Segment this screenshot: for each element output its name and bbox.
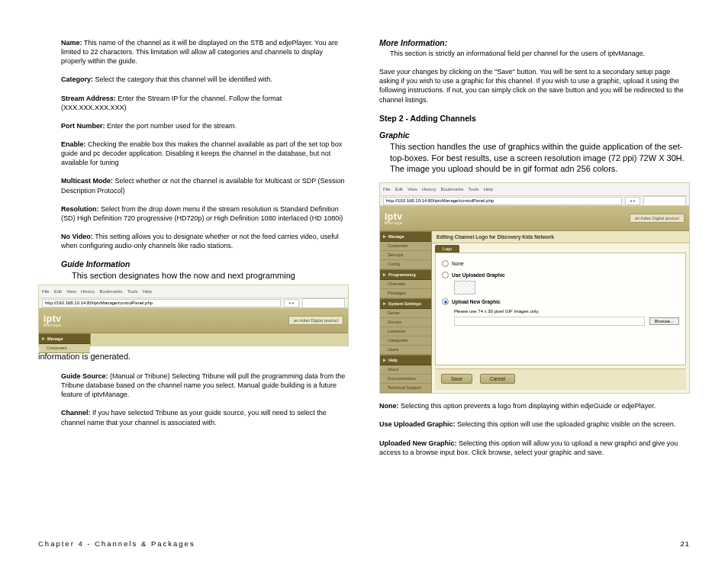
more-information-heading: More Information: (379, 38, 690, 47)
save-button[interactable]: Save (441, 374, 472, 384)
novideo-label: No Video: (61, 233, 93, 240)
sb-users[interactable]: Users (380, 346, 431, 355)
menu-history[interactable]: History (81, 289, 95, 294)
sb-system[interactable]: System Settings (380, 298, 431, 309)
menu-history-b[interactable]: History (422, 187, 436, 191)
radio-upload-new[interactable]: Upload New Graphic (442, 296, 679, 307)
enable-text: Checking the enable box this makes the c… (61, 140, 342, 166)
enable-label: Enable: (61, 140, 86, 148)
sb-about[interactable]: About (380, 365, 431, 375)
information-generated-text: information is generated. (38, 351, 349, 362)
radio-upload-label: Upload New Graphic (452, 299, 501, 304)
guidesrc-label: Guide Source: (61, 372, 108, 380)
page-footer: Chapter 4 - Channels & Packages 21 (38, 539, 690, 548)
app-header: iptv Manage an Adtec Digital product (39, 308, 348, 333)
app-header-b: iptv Manage an Adtec Digital product (380, 206, 689, 231)
radio-icon (442, 272, 449, 278)
sb-config[interactable]: Config (380, 260, 431, 269)
sidebar-b: Manage Customers Set-tops Config Program… (380, 231, 432, 393)
graphic-thumbnail (454, 281, 475, 294)
menu-file[interactable]: File (42, 289, 50, 294)
radio-icon (442, 260, 449, 267)
sidebar: Manage Customers (39, 333, 91, 346)
channel-label: Channel: (61, 409, 91, 417)
none-label: None: (379, 402, 399, 410)
resolution-label: Resolution: (61, 205, 99, 213)
multicast-label: Multicast Mode: (61, 177, 113, 185)
browser-address-bar: ◂ ▸ (39, 298, 348, 308)
menu-view[interactable]: View (66, 289, 76, 294)
sb-locations[interactable]: Locations (380, 327, 431, 336)
sb-customers[interactable]: Customers (380, 242, 431, 251)
document-page: Name: This name of the channel as it wil… (0, 0, 728, 563)
menu-file-b[interactable]: File (383, 187, 391, 191)
sidebar-section-manage[interactable]: Manage (39, 333, 90, 344)
cancel-button[interactable]: Cancel (480, 374, 515, 384)
save-paragraph: Save your changes by clicking on the "Sa… (379, 67, 690, 105)
upnew-label: Uploaded New Graphic: (379, 439, 457, 447)
browse-button[interactable]: Browse... (649, 317, 679, 325)
app-body-clipped: Manage Customers (39, 333, 348, 346)
menu-help[interactable]: Help (143, 289, 152, 294)
sb-help[interactable]: Help (380, 355, 431, 365)
useup-text: Selecting this option will use the uploa… (456, 420, 676, 428)
browser-address-bar-b: ◂ ▸ (380, 196, 689, 206)
menu-bookmarks-b[interactable]: Bookmarks (441, 187, 464, 191)
sb-packages[interactable]: Packages (380, 289, 431, 298)
sb-channels[interactable]: Channels (380, 280, 431, 289)
radio-icon (442, 298, 449, 305)
chapter-footer: Chapter 4 - Channels & Packages (38, 539, 195, 548)
none-text: Selecting this option prevents a logo fr… (399, 402, 656, 410)
name-label: Name: (61, 39, 82, 47)
menu-view-b[interactable]: View (407, 187, 417, 191)
iptv-logo: iptv Manage (43, 314, 62, 327)
channel-text: If you have selected Tribune as your gui… (61, 409, 327, 426)
menu-tools-b[interactable]: Tools (469, 187, 479, 191)
sb-programming[interactable]: Programming (380, 269, 431, 280)
nav-back-forward-b[interactable]: ◂ ▸ (625, 197, 640, 205)
menu-edit[interactable]: Edit (54, 289, 62, 294)
radio-use-uploaded[interactable]: Use Uploaded Graphic (442, 269, 679, 281)
sb-set-tops[interactable]: Set-tops (380, 251, 431, 260)
graphic-paragraph: This section handles the use of graphics… (379, 141, 690, 175)
sb-tech[interactable]: Technical Support (380, 384, 431, 393)
url-input-b[interactable] (383, 197, 622, 205)
logo-panel: None Use Uploaded Graphic Upload New Gra… (435, 253, 686, 365)
search-input-b[interactable] (643, 196, 686, 206)
menu-tools[interactable]: Tools (127, 289, 138, 294)
radio-none[interactable]: None (442, 258, 679, 269)
panel-actions: Save Cancel (435, 368, 686, 390)
right-column: More Information: This section is strict… (379, 38, 690, 466)
guide-information-heading: Guide Information (61, 259, 349, 269)
radio-none-label: None (452, 261, 464, 266)
page-number: 21 (680, 539, 690, 548)
sb-server[interactable]: Server (380, 309, 431, 318)
category-label: Category: (61, 76, 93, 83)
sb-manage[interactable]: Manage (380, 231, 431, 242)
menu-help-b[interactable]: Help (484, 187, 493, 191)
app-body-b: Manage Customers Set-tops Config Program… (380, 231, 689, 393)
menu-bookmarks[interactable]: Bookmarks (100, 289, 123, 294)
port-label: Port Number: (61, 122, 105, 130)
sb-documentation[interactable]: Documentation (380, 375, 431, 384)
logo-tab[interactable]: Logo (435, 245, 459, 253)
step2-heading: Step 2 - Adding Channels (379, 114, 690, 123)
category-text: Select the category that this channel wi… (93, 76, 272, 83)
sb-categories[interactable]: Categories (380, 336, 431, 346)
stream-label: Stream Address: (61, 95, 116, 102)
novideo-text: This setting allows you to designate whe… (61, 233, 339, 249)
useup-label: Use Uploaded Graphic: (379, 420, 456, 428)
iptv-logo-b: iptv Manage (385, 211, 403, 225)
screenshot-iptv-logo-editor: File Edit View History Bookmarks Tools H… (379, 182, 690, 394)
two-column-layout: Name: This name of the channel as it wil… (38, 38, 690, 466)
sb-groups[interactable]: Groups (380, 318, 431, 327)
file-input[interactable] (454, 317, 645, 326)
guide-line-text: This section designates how the now and … (61, 270, 349, 282)
name-text: This name of the channel as it will be d… (61, 39, 338, 65)
search-input[interactable] (302, 298, 345, 308)
nav-back-forward[interactable]: ◂ ▸ (284, 299, 299, 307)
browser-menu-bar: File Edit View History Bookmarks Tools H… (39, 285, 348, 298)
menu-edit-b[interactable]: Edit (395, 187, 403, 191)
url-input[interactable] (42, 299, 281, 307)
resolution-text: Select from the drop down menu if the st… (61, 205, 343, 222)
